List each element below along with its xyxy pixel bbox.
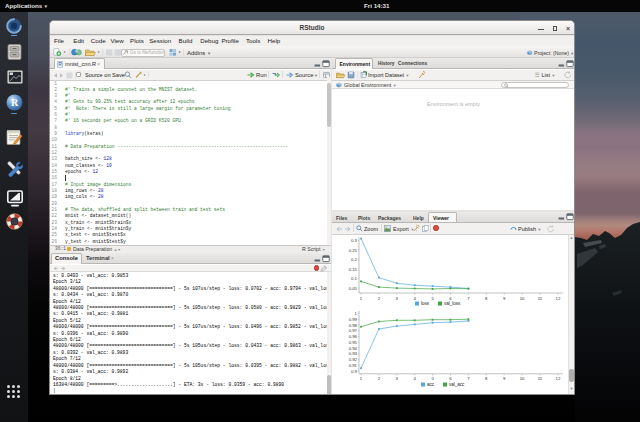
svg-text:acc: acc [427,382,435,387]
svg-text:12: 12 [556,295,561,300]
svg-text:4: 4 [414,376,417,381]
svg-text:12: 12 [556,376,561,381]
svg-text:1: 1 [360,376,363,381]
svg-text:0.05: 0.05 [349,285,358,290]
svg-text:0.93: 0.93 [349,351,358,356]
svg-text:7: 7 [467,376,470,381]
svg-text:11: 11 [538,295,543,300]
svg-text:0.1: 0.1 [351,276,358,281]
svg-text:7: 7 [467,295,470,300]
svg-text:2: 2 [378,376,381,381]
svg-text:3: 3 [396,376,399,381]
svg-text:0.92: 0.92 [349,357,358,362]
svg-text:6: 6 [449,295,452,300]
svg-text:10: 10 [520,376,525,381]
svg-text:R: R [58,61,62,67]
svg-text:11: 11 [538,376,543,381]
svg-text:R: R [11,97,19,108]
svg-text:0.99: 0.99 [349,316,358,321]
svg-text:0.96: 0.96 [349,334,358,339]
svg-text:5: 5 [431,376,434,381]
svg-text:5: 5 [431,295,434,300]
svg-text:loss: loss [421,301,430,306]
svg-text:0.15: 0.15 [349,266,358,271]
svg-text:9: 9 [503,376,506,381]
svg-text:0.94: 0.94 [349,345,358,350]
svg-text:0.9: 0.9 [351,368,358,373]
svg-text:4: 4 [414,295,417,300]
svg-text:9: 9 [503,295,506,300]
svg-text:10: 10 [520,295,525,300]
svg-text:0.97: 0.97 [349,328,358,333]
svg-text:0.3: 0.3 [351,238,358,243]
svg-text:0.25: 0.25 [349,247,358,252]
svg-text:0.98: 0.98 [349,322,358,327]
svg-text:0.95: 0.95 [349,339,358,344]
svg-text:3: 3 [396,295,399,300]
svg-text:6: 6 [449,376,452,381]
svg-text:0.91: 0.91 [349,362,358,367]
svg-text:8: 8 [485,295,488,300]
svg-text:8: 8 [485,376,488,381]
svg-text:0.2: 0.2 [351,257,358,262]
svg-text:1: 1 [360,295,363,300]
svg-text:val_acc: val_acc [449,382,465,387]
svg-text:1: 1 [355,311,358,316]
svg-text:val_loss: val_loss [444,301,461,306]
svg-text:2: 2 [378,295,381,300]
